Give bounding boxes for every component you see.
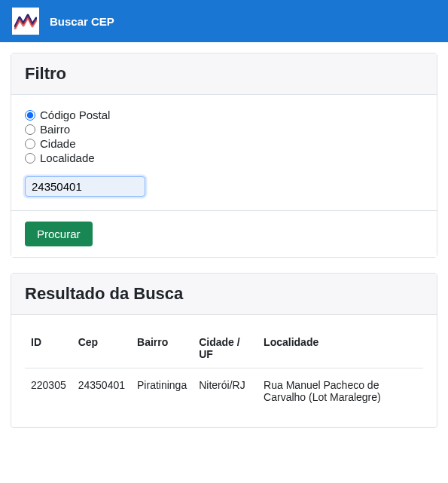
app-title: Buscar CEP — [50, 15, 114, 28]
col-cidade-uf: Cidade / UF — [193, 329, 258, 368]
radio-codigo-postal[interactable] — [25, 110, 35, 121]
radio-bairro[interactable] — [25, 124, 35, 135]
radio-codigo-postal-label[interactable]: Código Postal — [40, 109, 110, 121]
results-heading: Resultado da Busca — [25, 284, 423, 304]
table-row: 220305 24350401 Piratininga Niterói/RJ R… — [25, 368, 423, 414]
search-input[interactable] — [25, 176, 145, 197]
search-button[interactable]: Procurar — [25, 222, 93, 246]
navbar: Buscar CEP — [0, 0, 448, 42]
cell-cidade-uf: Niterói/RJ — [193, 368, 258, 414]
col-localidade: Localidade — [258, 329, 423, 368]
table-header-row: ID Cep Bairro Cidade / UF Localidade — [25, 329, 423, 368]
cell-cep: 24350401 — [72, 368, 131, 414]
results-card-header: Resultado da Busca — [11, 274, 437, 315]
filter-radio-group: Código Postal Bairro Cidade Localidade — [25, 109, 423, 164]
radio-localidade-label[interactable]: Localidade — [40, 151, 95, 164]
radio-cidade-label[interactable]: Cidade — [40, 137, 76, 150]
results-card: Resultado da Busca ID Cep Bairro Cidade … — [11, 273, 437, 428]
col-id: ID — [25, 329, 72, 368]
filter-card: Filtro Código Postal Bairro Cidade L — [11, 53, 437, 258]
cell-bairro: Piratininga — [131, 368, 193, 414]
brand-logo-icon — [12, 8, 39, 35]
filter-heading: Filtro — [25, 64, 423, 84]
col-bairro: Bairro — [131, 329, 193, 368]
cell-id: 220305 — [25, 368, 72, 414]
col-cep: Cep — [72, 329, 131, 368]
filter-card-header: Filtro — [11, 53, 437, 95]
cell-localidade: Rua Manuel Pacheco de Carvalho (Lot Mara… — [258, 368, 423, 414]
radio-cidade[interactable] — [25, 139, 35, 149]
radio-localidade[interactable] — [25, 153, 35, 164]
radio-bairro-label[interactable]: Bairro — [40, 123, 70, 136]
results-table: ID Cep Bairro Cidade / UF Localidade 220… — [25, 329, 423, 414]
